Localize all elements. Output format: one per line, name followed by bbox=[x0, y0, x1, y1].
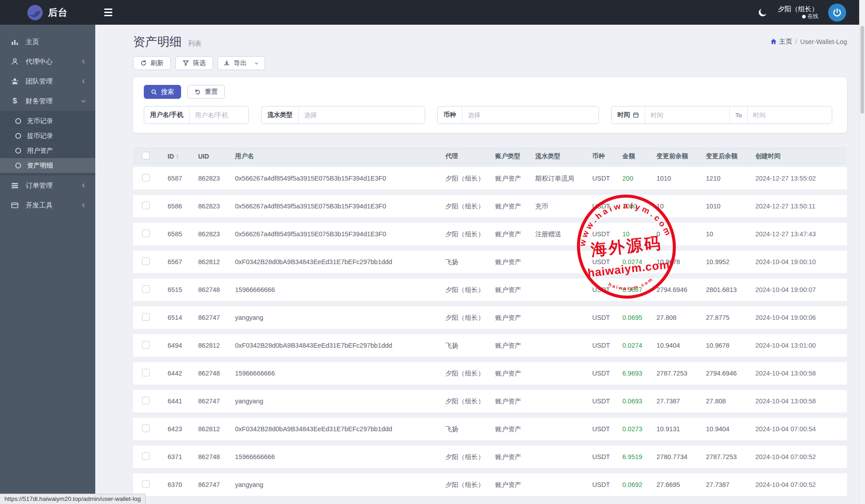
sidebar-item-dev-tools[interactable]: 开发工具 bbox=[0, 195, 95, 215]
row-checkbox[interactable] bbox=[142, 230, 150, 237]
cell-username: 0xF0342B28d0bA9B34843EeEd31E7bEFc297bb1d… bbox=[235, 425, 445, 433]
filter-card: 搜索 重置 用户名/手机 流水类型 币种 bbox=[133, 77, 847, 133]
user-info[interactable]: 夕阳（组长） 在线 bbox=[778, 5, 818, 20]
row-checkbox[interactable] bbox=[142, 257, 150, 265]
sidebar-subitem-asset-details[interactable]: 资产明细 bbox=[0, 158, 95, 173]
row-checkbox[interactable] bbox=[142, 452, 150, 460]
cell-coin: USDT bbox=[592, 230, 622, 238]
brand-logo-icon bbox=[27, 4, 43, 21]
breadcrumb-home[interactable]: 主页 bbox=[770, 37, 792, 46]
reset-button[interactable]: 重置 bbox=[187, 85, 225, 99]
row-checkbox[interactable] bbox=[142, 174, 150, 181]
cell-uid: 862823 bbox=[198, 203, 235, 210]
cell-username: yangyang bbox=[235, 481, 445, 488]
topbar: 后台 夕阳（组长） 在线 bbox=[0, 0, 865, 25]
coin-select[interactable] bbox=[462, 106, 599, 124]
cell-uid: 862823 bbox=[198, 230, 235, 238]
dark-mode-moon-icon[interactable] bbox=[757, 7, 768, 18]
cell-username: 0xF0342B28d0bA9B34843EeEd31E7bEFc297bb1d… bbox=[235, 342, 445, 349]
cell-before-balance: 10.9404 bbox=[657, 342, 706, 349]
sidebar-item-order-management[interactable]: 订单管理 bbox=[0, 176, 95, 195]
cell-amount: 0.0273 bbox=[622, 425, 657, 433]
sidebar-item-agent-center[interactable]: 代理中心 bbox=[0, 52, 95, 71]
cell-agent: 夕阳（组长） bbox=[445, 174, 495, 183]
cell-id: 6371 bbox=[168, 453, 198, 460]
sidebar-item-label: 财务管理 bbox=[26, 97, 80, 106]
cell-after-balance: 1210 bbox=[706, 175, 755, 182]
cell-checkbox bbox=[142, 202, 168, 211]
header-id[interactable]: ID↑ bbox=[168, 153, 198, 160]
cell-after-balance: 10 bbox=[706, 230, 755, 238]
scrollbar-track[interactable] bbox=[859, 0, 865, 504]
row-checkbox[interactable] bbox=[142, 369, 150, 376]
cell-created-at: 2024-10-04 19:00:07 bbox=[755, 286, 847, 293]
filter-flow-type-group: 流水类型 bbox=[261, 106, 425, 124]
cell-before-balance: 27.6695 bbox=[657, 481, 706, 488]
row-checkbox[interactable] bbox=[142, 397, 150, 404]
export-button[interactable]: 导出 bbox=[217, 56, 265, 70]
row-checkbox[interactable] bbox=[142, 341, 150, 349]
cell-id: 6585 bbox=[168, 230, 198, 238]
cell-before-balance: 27.7387 bbox=[657, 398, 706, 405]
brand[interactable]: 后台 bbox=[0, 4, 95, 21]
cell-agent: 夕阳（组长） bbox=[445, 369, 495, 378]
team-icon bbox=[10, 77, 20, 85]
cell-account-type: 账户资产 bbox=[495, 258, 535, 266]
username-input[interactable] bbox=[190, 106, 248, 124]
sidebar-subitem-user-assets[interactable]: 用户资产 bbox=[0, 143, 95, 158]
search-button[interactable]: 搜索 bbox=[144, 85, 181, 99]
row-checkbox[interactable] bbox=[142, 202, 150, 209]
cell-uid: 862748 bbox=[198, 286, 235, 293]
cell-after-balance: 27.808 bbox=[706, 398, 755, 405]
cell-amount: 6.9693 bbox=[622, 370, 657, 377]
sidebar-item-team-management[interactable]: 团队管理 bbox=[0, 71, 95, 91]
status-url: https://517dl.haiwaiym20.top/admin/user-… bbox=[0, 494, 146, 504]
row-checkbox[interactable] bbox=[142, 285, 150, 293]
filter-button[interactable]: 筛选 bbox=[175, 56, 213, 70]
header-created-at: 创建时间 bbox=[755, 152, 847, 160]
row-checkbox[interactable] bbox=[142, 424, 150, 432]
avatar[interactable] bbox=[828, 4, 846, 22]
menu-toggle-icon[interactable] bbox=[104, 7, 116, 18]
cell-checkbox bbox=[142, 452, 168, 461]
row-checkbox[interactable] bbox=[142, 313, 150, 321]
cell-id: 6441 bbox=[168, 398, 198, 405]
cell-before-balance: 2787.7253 bbox=[657, 370, 706, 377]
cell-coin: USDT bbox=[592, 258, 622, 265]
calendar-icon bbox=[633, 112, 639, 118]
time-from-input[interactable] bbox=[645, 106, 729, 124]
cell-amount: 6.9867 bbox=[622, 286, 657, 293]
cell-username: yangyang bbox=[235, 314, 445, 321]
wallet-log-table: ID↑ UID 用户名 代理 账户类型 流水类型 币种 金额 变更前余额 变更后… bbox=[133, 148, 847, 496]
cell-id: 6370 bbox=[168, 481, 198, 488]
flow-type-select[interactable] bbox=[299, 106, 425, 124]
cell-agent: 夕阳（组长） bbox=[445, 286, 495, 294]
row-checkbox[interactable] bbox=[142, 480, 150, 488]
header-username: 用户名 bbox=[235, 152, 445, 160]
refresh-button[interactable]: 刷新 bbox=[133, 56, 171, 70]
time-to-input[interactable] bbox=[748, 106, 832, 124]
cell-account-type: 账户资产 bbox=[495, 174, 535, 183]
cell-created-at: 2024-10-04 07:00:52 bbox=[755, 453, 847, 460]
table-row: 651586274815966666666夕阳（组长）账户资产USDT6.986… bbox=[133, 279, 847, 301]
cell-account-type: 账户资产 bbox=[495, 481, 535, 489]
cell-checkbox bbox=[142, 397, 168, 406]
filter-flow-type-label: 流水类型 bbox=[262, 106, 299, 124]
cell-before-balance: 27.808 bbox=[657, 314, 706, 321]
cell-created-at: 2024-10-04 13:00:58 bbox=[755, 398, 847, 405]
cell-coin: USDT bbox=[592, 203, 622, 210]
table-row: 6441862747yangyang夕阳（组长）账户资产USDT0.069327… bbox=[133, 390, 847, 412]
header-uid: UID bbox=[198, 153, 235, 160]
select-all-checkbox[interactable] bbox=[142, 152, 150, 159]
sidebar-subitem-withdraw-records[interactable]: 提币记录 bbox=[0, 128, 95, 143]
sidebar-subitem-deposit-records[interactable]: 充币记录 bbox=[0, 114, 95, 128]
scrollbar-thumb[interactable] bbox=[861, 26, 864, 114]
cell-account-type: 账户资产 bbox=[495, 453, 535, 461]
sidebar-item-home[interactable]: 主页 bbox=[0, 32, 95, 52]
sidebar-item-label: 团队管理 bbox=[26, 77, 80, 86]
sidebar-item-finance-management[interactable]: $ 财务管理 bbox=[0, 91, 95, 111]
cell-amount: 0.0695 bbox=[622, 314, 657, 321]
cell-username: 15966666666 bbox=[235, 370, 445, 377]
cell-username: 0x566267a4df8549f5a3915E075B3b15F394d1E3… bbox=[235, 203, 445, 210]
table-row: 6514862747yangyang夕阳（组长）账户资产USDT0.069527… bbox=[133, 306, 847, 329]
